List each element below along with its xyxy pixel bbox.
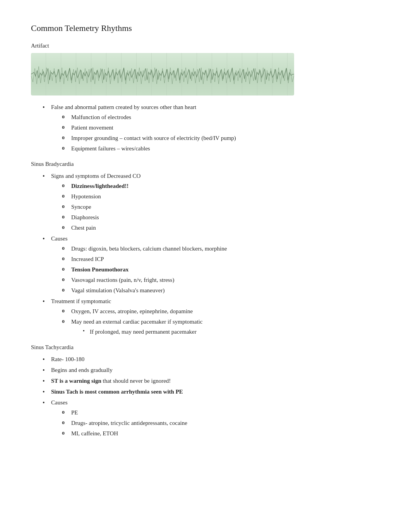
treatment-sub-list: Oxygen, IV access, atropine, epinephrine… xyxy=(51,307,380,336)
list-item-text: Sinus Tach is most common arrhythmia see… xyxy=(51,389,183,395)
sub-item-text: Equipment failures – wires/cables xyxy=(71,145,150,152)
list-item-suffix-text: that should never be ignored! xyxy=(101,378,171,384)
list-item: Drugs- atropine, tricyclic antidepressan… xyxy=(62,418,380,428)
list-item: Patient movement xyxy=(62,123,380,132)
list-item: Signs and symptoms of Decreased CO Dizzi… xyxy=(43,171,380,232)
list-item: Treatment if symptomatic Oxygen, IV acce… xyxy=(43,297,380,336)
list-item: Vasovagal reactions (pain, n/v, fright, … xyxy=(62,275,380,285)
sub-item-text: Drugs- atropine, tricyclic antidepressan… xyxy=(71,420,187,426)
list-item: If prolonged, may need permanent pacemak… xyxy=(83,327,380,336)
sub-item-text: Drugs: digoxin, beta blockers, calcium c… xyxy=(71,246,227,252)
sub-item-text: Increased ICP xyxy=(71,256,104,262)
sub-item-text: Vagal stimulation (Valsalva's maneuver) xyxy=(71,287,164,293)
list-item: False and abnormal pattern created by so… xyxy=(43,102,380,153)
list-item: Causes PE Drugs- atropine, tricyclic ant… xyxy=(43,398,380,438)
sub-item-text: Vasovagal reactions (pain, n/v, fright, … xyxy=(71,277,174,283)
ecg-waveform-image xyxy=(31,53,294,95)
list-item: Syncope xyxy=(62,202,380,211)
sub-item-text: Tension Pneumothorax xyxy=(71,266,128,273)
artifact-list: False and abnormal pattern created by so… xyxy=(31,102,380,153)
list-item: Sinus Tach is most common arrhythmia see… xyxy=(43,387,380,396)
list-item-bold-text: ST is a warning sign xyxy=(51,378,101,384)
list-item: Causes Drugs: digoxin, beta blockers, ca… xyxy=(43,234,380,295)
subsub-item-text: If prolonged, may need permanent pacemak… xyxy=(90,329,197,335)
list-item-text: Signs and symptoms of Decreased CO xyxy=(51,173,140,179)
sub-item-text: PE xyxy=(71,409,78,416)
sub-item-text: Hypotension xyxy=(71,193,101,200)
list-item: Hypotension xyxy=(62,192,380,201)
list-item: Diaphoresis xyxy=(62,213,380,222)
artifact-heading: Artifact xyxy=(31,43,380,49)
sub-item-text: Patient movement xyxy=(71,124,113,131)
sinus-tachycardia-section: Sinus Tachycardia Rate- 100-180 Begins a… xyxy=(31,344,380,438)
list-item: Dizziness/lightheaded!! xyxy=(62,181,380,191)
sinus-bradycardia-section: Sinus Bradycardia Signs and symptoms of … xyxy=(31,161,380,336)
list-item: PE xyxy=(62,408,380,417)
causes-sub-list: Drugs: digoxin, beta blockers, calcium c… xyxy=(51,244,380,295)
list-item: Drugs: digoxin, beta blockers, calcium c… xyxy=(62,244,380,253)
list-item: Increased ICP xyxy=(62,254,380,264)
sub-item-text: Chest pain xyxy=(71,225,96,231)
list-item: Rate- 100-180 xyxy=(43,355,380,364)
list-item: Equipment failures – wires/cables xyxy=(62,144,380,153)
sub-item-text: Malfunction of electrodes xyxy=(71,114,131,120)
sub-item-text: Syncope xyxy=(71,204,91,210)
list-item-text: Causes xyxy=(51,235,68,242)
list-item: Malfunction of electrodes xyxy=(62,113,380,122)
sub-item-text: MI, caffeine, ETOH xyxy=(71,430,118,437)
sinus-tachycardia-heading: Sinus Tachycardia xyxy=(31,344,380,351)
signs-sub-list: Dizziness/lightheaded!! Hypotension Sync… xyxy=(51,181,380,232)
list-item-text: False and abnormal pattern created by so… xyxy=(51,104,196,110)
list-item: Vagal stimulation (Valsalva's maneuver) xyxy=(62,286,380,295)
sinus-tachy-list: Rate- 100-180 Begins and ends gradually … xyxy=(31,355,380,438)
list-item-text: Treatment if symptomatic xyxy=(51,298,111,304)
sub-item-text: Diaphoresis xyxy=(71,214,99,220)
list-item: Chest pain xyxy=(62,223,380,232)
list-item: ST is a warning sign that should never b… xyxy=(43,376,380,385)
artifact-section: Artifact False and abnormal pattern crea… xyxy=(31,43,380,153)
sinus-bradycardia-heading: Sinus Bradycardia xyxy=(31,161,380,167)
list-item: May need an external cardiac pacemaker i… xyxy=(62,317,380,336)
list-item: Oxygen, IV access, atropine, epinephrine… xyxy=(62,307,380,316)
treatment-subsub-list: If prolonged, may need permanent pacemak… xyxy=(71,327,380,336)
list-item: Tension Pneumothorax xyxy=(62,265,380,274)
sub-item-text: Improper grounding – contact with source… xyxy=(71,135,236,141)
page-title: Common Telemetry Rhythms xyxy=(31,23,380,33)
sub-item-text: Dizziness/lightheaded!! xyxy=(71,183,128,189)
list-item: MI, caffeine, ETOH xyxy=(62,429,380,438)
list-item: Begins and ends gradually xyxy=(43,365,380,375)
sub-item-text: Oxygen, IV access, atropine, epinephrine… xyxy=(71,308,193,314)
artifact-sub-list: Malfunction of electrodes Patient moveme… xyxy=(51,113,380,153)
list-item-text: Rate- 100-180 xyxy=(51,356,84,362)
tachy-causes-sub-list: PE Drugs- atropine, tricyclic antidepres… xyxy=(51,408,380,438)
list-item: Improper grounding – contact with source… xyxy=(62,133,380,143)
sub-item-text: May need an external cardiac pacemaker i… xyxy=(71,319,202,325)
list-item-text: Begins and ends gradually xyxy=(51,367,113,373)
list-item-text: Causes xyxy=(51,399,68,406)
sinus-brady-list: Signs and symptoms of Decreased CO Dizzi… xyxy=(31,171,380,336)
